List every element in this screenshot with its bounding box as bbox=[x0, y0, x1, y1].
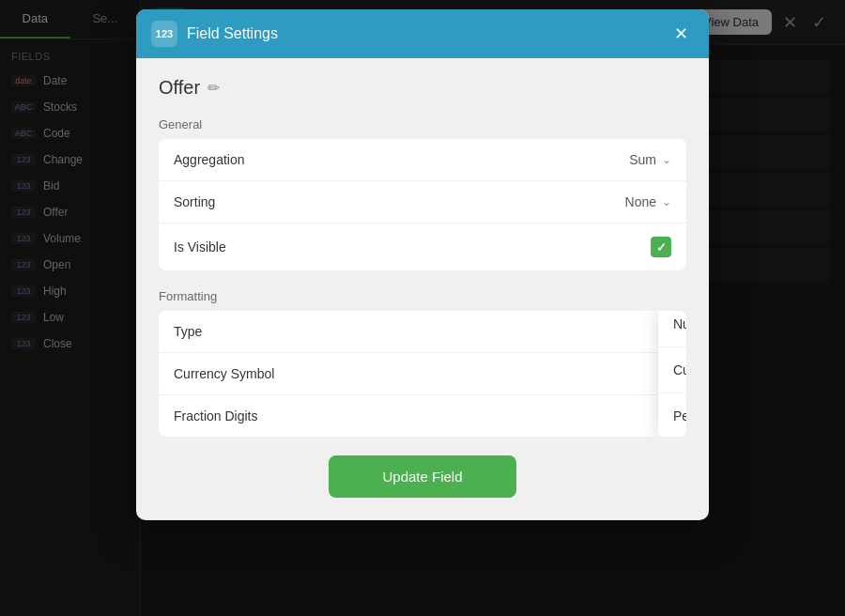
sorting-chevron-icon: ⌄ bbox=[662, 195, 671, 208]
dialog-header: 123 Field Settings ✕ bbox=[136, 9, 709, 58]
edit-icon[interactable]: ✏ bbox=[207, 79, 220, 97]
dialog-title-area: 123 Field Settings bbox=[151, 21, 278, 47]
sorting-row[interactable]: Sorting None ⌄ bbox=[159, 181, 686, 223]
formatting-settings-card: Type Number Currency Percent bbox=[159, 311, 686, 437]
type-option-number-label: Number bbox=[673, 316, 686, 331]
general-section-label: General bbox=[159, 117, 686, 131]
general-settings-card: Aggregation Sum ⌄ Sorting None ⌄ Is Visi… bbox=[159, 139, 686, 270]
type-option-currency-label: Currency bbox=[673, 362, 686, 377]
sorting-value-text: None bbox=[625, 194, 656, 209]
sorting-label: Sorting bbox=[174, 194, 215, 209]
sorting-value: None ⌄ bbox=[625, 194, 671, 209]
update-field-button[interactable]: Update Field bbox=[329, 455, 516, 498]
aggregation-value-text: Sum bbox=[629, 152, 656, 167]
aggregation-chevron-icon: ⌄ bbox=[662, 153, 671, 166]
fraction-digits-label: Fraction Digits bbox=[174, 408, 257, 424]
fraction-digits-row[interactable]: Fraction Digits bbox=[159, 395, 686, 437]
type-row[interactable]: Type Number Currency Percent bbox=[159, 311, 686, 353]
type-option-percent-label: Percent bbox=[673, 408, 686, 424]
type-option-currency[interactable]: Currency bbox=[658, 347, 686, 393]
dialog-title: Field Settings bbox=[187, 25, 278, 42]
currency-symbol-label: Currency Symbol bbox=[174, 366, 274, 381]
formatting-section-label: Formatting bbox=[159, 289, 686, 303]
aggregation-value: Sum ⌄ bbox=[629, 152, 671, 167]
is-visible-checkbox[interactable] bbox=[651, 237, 671, 257]
type-option-number[interactable]: Number bbox=[658, 311, 686, 347]
field-name-row: Offer ✏ bbox=[159, 77, 686, 99]
is-visible-label: Is Visible bbox=[174, 239, 226, 254]
field-settings-dialog: 123 Field Settings ✕ Offer ✏ General Agg… bbox=[136, 9, 709, 520]
type-label: Type bbox=[174, 324, 202, 339]
field-name-text: Offer bbox=[159, 77, 200, 99]
dialog-close-button[interactable]: ✕ bbox=[668, 22, 694, 46]
dialog-type-icon: 123 bbox=[151, 21, 177, 47]
currency-symbol-row[interactable]: Currency Symbol bbox=[159, 353, 686, 395]
aggregation-row[interactable]: Aggregation Sum ⌄ bbox=[159, 139, 686, 181]
aggregation-label: Aggregation bbox=[174, 152, 245, 167]
is-visible-row[interactable]: Is Visible bbox=[159, 223, 686, 270]
dialog-body: Offer ✏ General Aggregation Sum ⌄ Sortin… bbox=[136, 58, 709, 520]
type-option-percent[interactable]: Percent bbox=[658, 393, 686, 437]
type-dropdown: Number Currency Percent bbox=[658, 311, 686, 437]
